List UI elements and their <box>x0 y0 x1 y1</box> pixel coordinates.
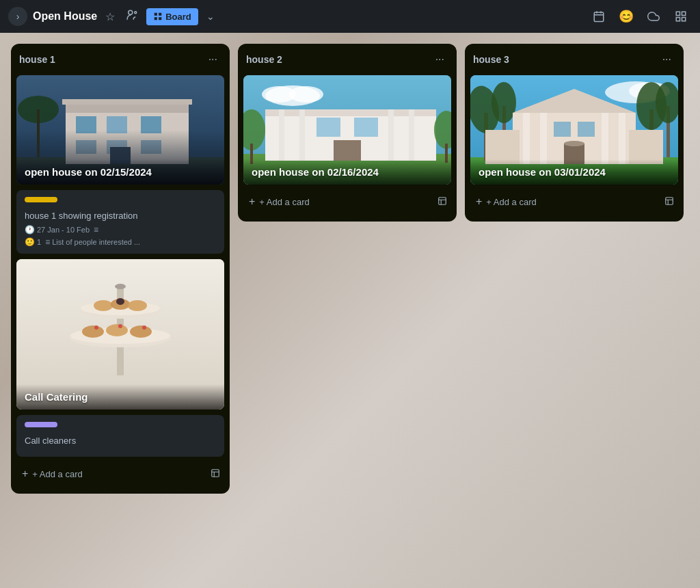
board-title[interactable]: Open House <box>33 10 97 23</box>
svg-rect-23 <box>76 140 96 154</box>
svg-rect-24 <box>107 140 127 154</box>
card-image-house3: open house on 03/01/2024 <box>470 75 678 185</box>
reaction-icon: 🙂 <box>25 237 35 247</box>
add-card-button-house1[interactable]: + + Add a card <box>16 464 206 484</box>
column-menu-button-house1[interactable]: ··· <box>204 52 221 67</box>
svg-rect-11 <box>682 12 686 15</box>
card-catering-overlay: Call Catering <box>16 384 224 410</box>
svg-rect-6 <box>594 12 604 22</box>
plus-icon-2: + <box>249 196 255 208</box>
nav-toggle-button[interactable]: › <box>8 7 27 26</box>
list-icon2: ≡ <box>45 237 50 247</box>
add-card-button-house3[interactable]: + + Add a card <box>470 191 660 212</box>
card-open-house-3[interactable]: open house on 03/01/2024 <box>470 75 678 185</box>
svg-rect-4 <box>154 17 157 20</box>
svg-point-0 <box>129 10 133 14</box>
svg-rect-13 <box>682 18 686 21</box>
card-cleaners[interactable]: Call cleaners <box>16 415 224 457</box>
svg-rect-22 <box>141 116 161 133</box>
card-img-title-2: open house on 02/16/2024 <box>252 166 443 178</box>
svg-rect-93 <box>666 197 673 204</box>
grid-button[interactable] <box>670 5 692 27</box>
dropdown-arrow-icon[interactable]: ⌄ <box>204 8 217 25</box>
svg-point-51 <box>289 86 323 103</box>
emoji-button[interactable]: 😊 <box>615 5 637 27</box>
people-list-text: List of people interested ... <box>52 238 140 246</box>
svg-rect-20 <box>76 116 96 133</box>
svg-rect-45 <box>212 469 219 477</box>
svg-rect-27 <box>62 99 192 105</box>
topbar-right: 😊 <box>588 5 692 27</box>
svg-point-43 <box>118 324 122 328</box>
column-title-house2: house 2 <box>246 54 282 65</box>
card-description-icon: ≡ <box>94 225 98 235</box>
card-registration-meta: 🕐 27 Jan - 10 Feb ≡ <box>25 225 216 235</box>
card-registration-body: house 1 showing registration 🕐 27 Jan - … <box>16 190 224 254</box>
card-image-catering: Call Catering <box>16 259 224 410</box>
card-registration-meta2: 🙂 1 ≡ List of people interested ... <box>25 237 216 247</box>
card-open-house-1[interactable]: open house on 02/15/2024 <box>16 75 224 185</box>
template-button-house1[interactable] <box>206 464 224 484</box>
plus-icon-3: + <box>476 196 482 208</box>
card-image-house1: open house on 02/15/2024 <box>16 75 224 185</box>
column-menu-button-house2[interactable]: ··· <box>431 52 448 67</box>
column-house3: house 3 ··· <box>465 44 684 222</box>
card-house2-overlay: open house on 02/16/2024 <box>243 159 451 185</box>
svg-point-35 <box>94 300 113 311</box>
svg-rect-88 <box>578 122 595 137</box>
svg-rect-10 <box>676 12 679 15</box>
card-image-house2: open house on 02/16/2024 <box>243 75 451 185</box>
card-registration-title: house 1 showing registration <box>25 211 216 221</box>
share-icon[interactable] <box>123 6 141 27</box>
svg-rect-83 <box>523 113 530 164</box>
svg-rect-55 <box>279 109 284 161</box>
card-date-range: 🕐 27 Jan - 10 Feb <box>25 225 90 235</box>
svg-rect-84 <box>540 113 547 164</box>
template-button-house2[interactable] <box>433 192 451 212</box>
star-icon[interactable]: ☆ <box>103 8 118 26</box>
column-header-house3: house 3 ··· <box>470 52 678 70</box>
card-img-title-3: open house on 03/01/2024 <box>479 166 670 178</box>
svg-rect-85 <box>602 113 608 164</box>
clock-icon: 🕐 <box>25 225 35 235</box>
add-card-row-house3: + + Add a card <box>470 190 678 213</box>
card-open-house-2[interactable]: open house on 02/16/2024 <box>243 75 451 185</box>
date-range-text: 27 Jan - 10 Feb <box>37 226 90 234</box>
column-house2: house 2 ··· <box>238 44 457 222</box>
card-registration[interactable]: house 1 showing registration 🕐 27 Jan - … <box>16 190 224 254</box>
column-menu-button-house3[interactable]: ··· <box>658 52 675 67</box>
svg-rect-58 <box>409 109 414 161</box>
add-card-row-house2: + + Add a card <box>243 190 451 213</box>
svg-rect-5 <box>159 17 161 20</box>
card-img-title-1: open house on 02/15/2024 <box>25 166 216 178</box>
svg-rect-17 <box>37 109 40 157</box>
svg-point-76 <box>492 82 516 123</box>
reaction-count: 1 <box>37 238 41 246</box>
svg-rect-56 <box>299 109 305 161</box>
card-cleaners-title: Call cleaners <box>25 436 216 446</box>
add-card-button-house2[interactable]: + + Add a card <box>243 191 433 212</box>
svg-point-42 <box>94 325 98 330</box>
calendar-button[interactable] <box>588 5 610 27</box>
column-header-house1: house 1 ··· <box>16 52 224 70</box>
card-cleaners-body: Call cleaners <box>16 415 224 457</box>
board-button[interactable]: Board <box>146 8 198 25</box>
topbar-left: › Open House ☆ Board ⌄ <box>8 6 582 27</box>
card-label-yellow <box>25 197 57 202</box>
svg-rect-87 <box>554 122 571 137</box>
add-card-label-house1: + Add a card <box>32 469 82 479</box>
board-area: house 1 ··· <box>0 33 700 588</box>
svg-rect-66 <box>439 197 446 204</box>
svg-rect-60 <box>354 118 378 137</box>
template-button-house3[interactable] <box>660 192 678 212</box>
card-catering-title: Call Catering <box>25 391 216 403</box>
card-house3-overlay: open house on 03/01/2024 <box>470 159 678 185</box>
svg-rect-3 <box>159 13 161 16</box>
svg-rect-12 <box>676 18 679 21</box>
card-catering[interactable]: Call Catering <box>16 259 224 410</box>
card-reaction: 🙂 1 <box>25 237 41 247</box>
svg-point-41 <box>130 325 152 338</box>
svg-rect-57 <box>388 109 394 161</box>
cloud-button[interactable] <box>643 5 664 27</box>
svg-rect-25 <box>141 140 161 154</box>
